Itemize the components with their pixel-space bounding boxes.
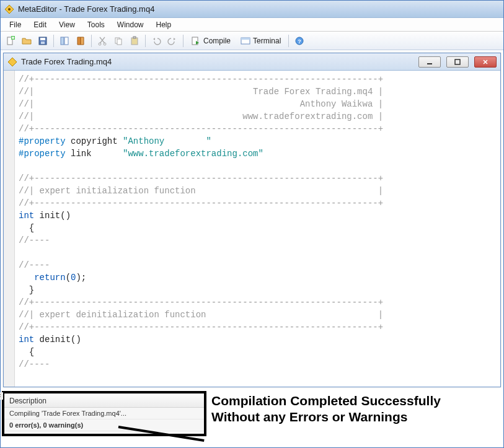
title-bar[interactable]: MetaEditor - Trade Forex Trading.mq4	[1, 1, 503, 18]
menu-help[interactable]: Help	[151, 19, 177, 30]
svg-rect-5	[40, 38, 45, 40]
compile-label: Compile	[203, 37, 231, 45]
svg-point-1	[8, 8, 11, 11]
redo-button[interactable]	[165, 33, 180, 48]
terminal-button[interactable]: Terminal	[236, 33, 285, 48]
document-title-bar[interactable]: Trade Forex Trading.mq4	[4, 53, 500, 71]
toolbar-separator	[288, 35, 289, 47]
svg-rect-21	[427, 63, 432, 64]
book-button[interactable]	[73, 33, 88, 48]
menu-view[interactable]: View	[54, 19, 80, 30]
svg-marker-20	[8, 58, 17, 66]
copy-button[interactable]	[111, 33, 126, 48]
code-content[interactable]: //+-------------------------------------…	[15, 71, 500, 387]
annotation-line2: Without any Errors or Warnings	[211, 409, 441, 425]
svg-text:?: ?	[298, 38, 302, 45]
terminal-label: Terminal	[253, 37, 281, 45]
navigator-button[interactable]	[57, 33, 72, 48]
menu-bar: File Edit View Tools Window Help	[1, 18, 503, 32]
output-panel: × Description Compiling 'Trade Forex Tra…	[2, 391, 206, 436]
menu-edit[interactable]: Edit	[29, 19, 51, 30]
svg-rect-7	[61, 37, 64, 45]
app-title: MetaEditor - Trade Forex Trading.mq4	[18, 4, 154, 14]
toolbar: Compile Terminal ?	[1, 32, 503, 50]
paste-button[interactable]	[127, 33, 142, 48]
toolbar-separator	[145, 35, 146, 47]
new-file-button[interactable]	[3, 33, 18, 48]
toolbar-separator	[91, 35, 92, 47]
open-file-button[interactable]	[19, 33, 34, 48]
svg-rect-12	[117, 39, 122, 45]
undo-button[interactable]	[149, 33, 164, 48]
save-button[interactable]	[35, 33, 50, 48]
code-editor[interactable]: //+-------------------------------------…	[4, 71, 500, 387]
output-row[interactable]: Compiling 'Trade Forex Trading.mq4'...	[4, 408, 204, 419]
svg-rect-22	[455, 59, 460, 64]
editor-gutter	[4, 71, 15, 387]
menu-file[interactable]: File	[4, 19, 26, 30]
svg-rect-14	[133, 37, 136, 38]
close-button[interactable]	[474, 56, 497, 68]
document-title: Trade Forex Trading.mq4	[21, 57, 413, 66]
menu-tools[interactable]: Tools	[82, 19, 110, 30]
svg-rect-13	[131, 38, 138, 45]
svg-rect-6	[41, 42, 45, 44]
svg-rect-8	[64, 37, 68, 45]
help-button[interactable]: ?	[292, 33, 307, 48]
panel-close-icon[interactable]: ×	[0, 392, 3, 400]
app-window: MetaEditor - Trade Forex Trading.mq4 Fil…	[0, 0, 504, 448]
annotation-line1: Compilation Completed Successfully	[211, 393, 441, 409]
mdi-area: Trade Forex Trading.mq4 //+-------------…	[1, 50, 503, 391]
minimize-button[interactable]	[418, 56, 441, 68]
file-icon	[7, 57, 17, 67]
cut-button[interactable]	[95, 33, 110, 48]
app-icon	[4, 4, 14, 14]
document-window: Trade Forex Trading.mq4 //+-------------…	[3, 53, 501, 387]
menu-window[interactable]: Window	[112, 19, 149, 30]
toolbar-separator	[53, 35, 54, 47]
output-row-summary[interactable]: 0 error(s), 0 warning(s)	[4, 419, 204, 431]
svg-rect-17	[241, 38, 250, 40]
toolbar-separator	[183, 35, 183, 47]
maximize-button[interactable]	[446, 56, 469, 68]
compile-button[interactable]: Compile	[187, 33, 235, 48]
annotation-text: Compilation Completed Successfully Witho…	[211, 393, 441, 425]
output-header[interactable]: Description	[4, 395, 204, 408]
